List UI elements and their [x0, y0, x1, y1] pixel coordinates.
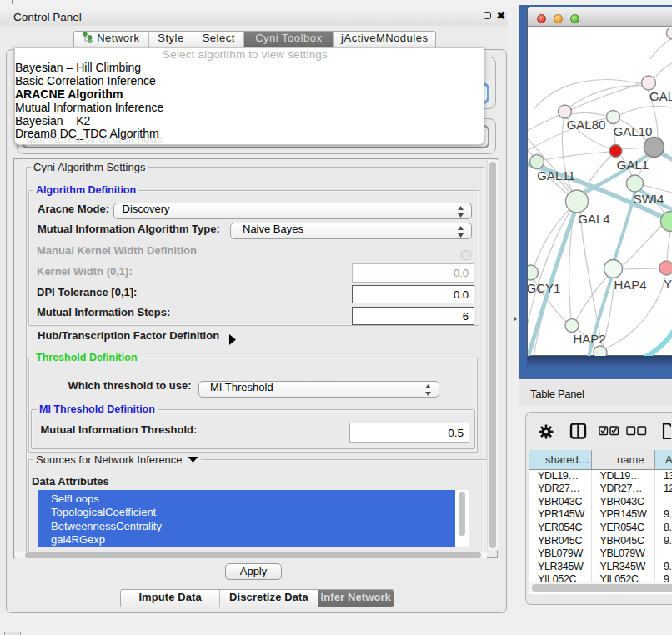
svg-text:GAL: GAL [649, 89, 672, 103]
svg-text:GCY1: GCY1 [528, 281, 560, 295]
svg-text:GAL11: GAL11 [537, 168, 575, 182]
svg-text:HAP2: HAP2 [573, 332, 605, 346]
svg-text:GAL4: GAL4 [578, 212, 609, 226]
svg-text:SWI4: SWI4 [634, 192, 664, 206]
svg-text:GAL10: GAL10 [614, 124, 653, 138]
svg-text:GAL80: GAL80 [567, 118, 606, 132]
svg-text:GAL1: GAL1 [617, 158, 649, 172]
svg-text:Y: Y [664, 277, 672, 291]
svg-text:HAP4: HAP4 [614, 278, 646, 292]
